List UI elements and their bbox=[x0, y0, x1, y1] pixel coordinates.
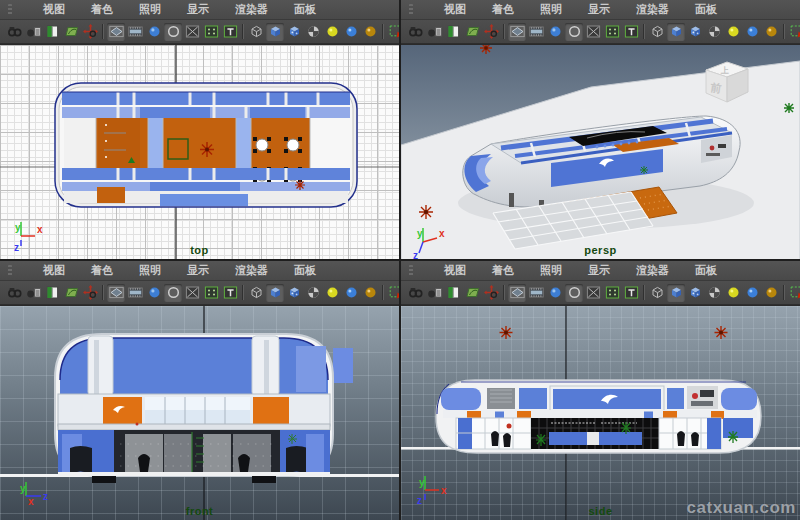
menu-item-view[interactable]: 视图 bbox=[30, 2, 78, 17]
menu-item-show[interactable]: 显示 bbox=[575, 263, 623, 278]
default-material-icon[interactable] bbox=[323, 23, 341, 41]
textured-display-icon[interactable] bbox=[285, 23, 303, 41]
safe-title-icon[interactable] bbox=[202, 23, 220, 41]
gate-mask-icon[interactable] bbox=[145, 284, 163, 302]
shaded-material-icon[interactable] bbox=[743, 23, 761, 41]
use-all-lights-icon[interactable] bbox=[705, 284, 723, 302]
safe-title-icon[interactable] bbox=[603, 23, 621, 41]
bookmarks-icon[interactable] bbox=[43, 23, 61, 41]
menu-item-renderer[interactable]: 渲染器 bbox=[222, 263, 281, 278]
menubar-grip[interactable] bbox=[8, 265, 12, 277]
menubar-grip[interactable] bbox=[409, 4, 413, 16]
image-plane-icon[interactable] bbox=[62, 23, 80, 41]
menu-item-lighting[interactable]: 照明 bbox=[527, 2, 575, 17]
marquee-select-icon[interactable] bbox=[788, 23, 800, 41]
menubar-grip[interactable] bbox=[8, 4, 12, 16]
safe-action-icon[interactable] bbox=[584, 23, 602, 41]
menu-item-show[interactable]: 显示 bbox=[174, 2, 222, 17]
viewport-persp[interactable]: 上 前 y x z persp bbox=[401, 44, 800, 259]
shaded-material-icon[interactable] bbox=[342, 23, 360, 41]
textured-material-icon[interactable] bbox=[361, 23, 379, 41]
safe-action-icon[interactable] bbox=[183, 23, 201, 41]
wireframe-display-icon[interactable] bbox=[247, 23, 265, 41]
viewport-top[interactable]: y x z top bbox=[0, 44, 399, 259]
film-gate-icon[interactable] bbox=[508, 284, 526, 302]
use-all-lights-icon[interactable] bbox=[304, 284, 322, 302]
menu-item-panels[interactable]: 面板 bbox=[281, 263, 329, 278]
resolution-gate-icon[interactable] bbox=[126, 284, 144, 302]
camera-attributes-icon[interactable] bbox=[24, 23, 42, 41]
menu-item-panels[interactable]: 面板 bbox=[281, 2, 329, 17]
use-all-lights-icon[interactable] bbox=[705, 23, 723, 41]
menu-item-lighting[interactable]: 照明 bbox=[527, 263, 575, 278]
film-gate-icon[interactable] bbox=[508, 23, 526, 41]
gate-mask-icon[interactable] bbox=[546, 23, 564, 41]
shaded-display-icon[interactable] bbox=[266, 284, 284, 302]
select-camera-icon[interactable] bbox=[406, 23, 424, 41]
camera-attributes-icon[interactable] bbox=[425, 284, 443, 302]
bookmarks-icon[interactable] bbox=[43, 284, 61, 302]
default-material-icon[interactable] bbox=[323, 284, 341, 302]
resolution-gate-icon[interactable] bbox=[527, 284, 545, 302]
shaded-display-icon[interactable] bbox=[667, 23, 685, 41]
menu-item-shading[interactable]: 着色 bbox=[78, 2, 126, 17]
default-material-icon[interactable] bbox=[724, 23, 742, 41]
field-chart-icon[interactable] bbox=[565, 284, 583, 302]
wireframe-display-icon[interactable] bbox=[247, 284, 265, 302]
frame-text-icon[interactable] bbox=[221, 284, 239, 302]
shaded-material-icon[interactable] bbox=[743, 284, 761, 302]
menu-item-lighting[interactable]: 照明 bbox=[126, 263, 174, 278]
marquee-select-icon[interactable] bbox=[387, 23, 399, 41]
menu-item-view[interactable]: 视图 bbox=[431, 263, 479, 278]
safe-action-icon[interactable] bbox=[183, 284, 201, 302]
film-gate-icon[interactable] bbox=[107, 284, 125, 302]
menu-item-view[interactable]: 视图 bbox=[30, 263, 78, 278]
image-plane-icon[interactable] bbox=[463, 284, 481, 302]
menu-item-lighting[interactable]: 照明 bbox=[126, 2, 174, 17]
bookmarks-icon[interactable] bbox=[444, 284, 462, 302]
camera-zoom-icon[interactable] bbox=[482, 284, 500, 302]
image-plane-icon[interactable] bbox=[62, 284, 80, 302]
bookmarks-icon[interactable] bbox=[444, 23, 462, 41]
resolution-gate-icon[interactable] bbox=[527, 23, 545, 41]
textured-material-icon[interactable] bbox=[361, 284, 379, 302]
textured-display-icon[interactable] bbox=[686, 23, 704, 41]
menu-item-view[interactable]: 视图 bbox=[431, 2, 479, 17]
image-plane-icon[interactable] bbox=[463, 23, 481, 41]
frame-text-icon[interactable] bbox=[622, 284, 640, 302]
wireframe-display-icon[interactable] bbox=[648, 23, 666, 41]
field-chart-icon[interactable] bbox=[164, 23, 182, 41]
marquee-select-icon[interactable] bbox=[387, 284, 399, 302]
menu-item-shading[interactable]: 着色 bbox=[78, 263, 126, 278]
safe-title-icon[interactable] bbox=[202, 284, 220, 302]
shaded-material-icon[interactable] bbox=[342, 284, 360, 302]
select-camera-icon[interactable] bbox=[5, 23, 23, 41]
shaded-display-icon[interactable] bbox=[667, 284, 685, 302]
safe-title-icon[interactable] bbox=[603, 284, 621, 302]
menu-item-panels[interactable]: 面板 bbox=[682, 2, 730, 17]
textured-material-icon[interactable] bbox=[762, 284, 780, 302]
wireframe-display-icon[interactable] bbox=[648, 284, 666, 302]
menu-item-panels[interactable]: 面板 bbox=[682, 263, 730, 278]
textured-display-icon[interactable] bbox=[686, 284, 704, 302]
menu-item-shading[interactable]: 着色 bbox=[479, 263, 527, 278]
use-all-lights-icon[interactable] bbox=[304, 23, 322, 41]
field-chart-icon[interactable] bbox=[565, 23, 583, 41]
menu-item-show[interactable]: 显示 bbox=[575, 2, 623, 17]
marquee-select-icon[interactable] bbox=[788, 284, 800, 302]
gate-mask-icon[interactable] bbox=[546, 284, 564, 302]
menu-item-renderer[interactable]: 渲染器 bbox=[222, 2, 281, 17]
menu-item-renderer[interactable]: 渲染器 bbox=[623, 2, 682, 17]
textured-material-icon[interactable] bbox=[762, 23, 780, 41]
camera-attributes-icon[interactable] bbox=[425, 23, 443, 41]
menubar-grip[interactable] bbox=[409, 265, 413, 277]
frame-text-icon[interactable] bbox=[221, 23, 239, 41]
gate-mask-icon[interactable] bbox=[145, 23, 163, 41]
camera-zoom-icon[interactable] bbox=[81, 284, 99, 302]
select-camera-icon[interactable] bbox=[406, 284, 424, 302]
viewport-front[interactable]: y x z front bbox=[0, 305, 399, 520]
menu-item-show[interactable]: 显示 bbox=[174, 263, 222, 278]
menu-item-shading[interactable]: 着色 bbox=[479, 2, 527, 17]
film-gate-icon[interactable] bbox=[107, 23, 125, 41]
frame-text-icon[interactable] bbox=[622, 23, 640, 41]
